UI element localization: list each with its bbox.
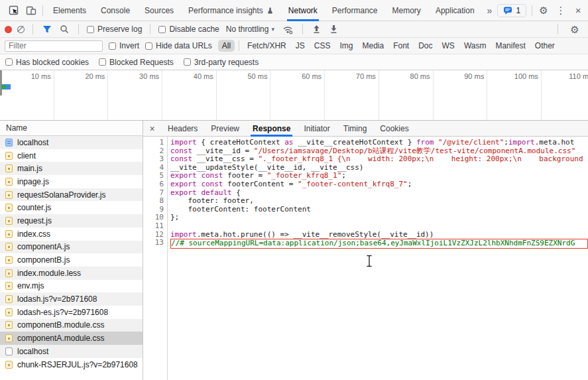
sourcemap-line-highlighted: //# sourceMappingURL=data:application/js… [170,239,588,249]
script-file-icon [5,334,13,342]
script-file-icon [5,269,13,277]
code-token: as [284,138,293,147]
request-row-componentb-js[interactable]: componentB.js [0,253,143,267]
checkbox-box [99,58,106,66]
detail-tab-initiator[interactable]: Initiator [297,121,336,137]
filter-type-media[interactable]: Media [358,40,388,52]
blocked-requests-checkbox[interactable]: Blocked Requests [99,58,174,67]
chevron-down-icon: ▾ [271,26,274,32]
device-toolbar-button[interactable] [23,2,40,19]
code-token: "/Users/iamsavage/Desktop/b站课程/vite教学/te… [254,147,575,155]
checkbox-box [145,42,152,50]
filter-funnel-icon[interactable] [41,21,53,38]
tab-performance[interactable]: Performance [325,0,385,21]
code-token: from [416,138,434,147]
filter-type-fetch-xhr[interactable]: Fetch/XHR [243,40,290,52]
clear-network-log-icon[interactable] [17,26,25,33]
filter-type-other[interactable]: Other [531,40,559,52]
issues-button[interactable]: 1 [497,4,526,17]
request-name: componentA.module.css [17,334,104,343]
timeline-tick: 50 ms [217,70,271,120]
script-file-icon [5,178,13,186]
detail-tab-cookies[interactable]: Cookies [373,121,415,137]
script-file-icon [5,152,13,160]
request-row-index-module-less[interactable]: index.module.less [0,267,143,280]
request-row-requestsolanaprovider-js[interactable]: requestSolanaProvider.js [0,188,143,202]
filter-type-wasm[interactable]: Wasm [460,40,491,52]
code-line: import.meta.hot.prune(() => __vite__remo… [170,231,588,239]
request-row-localhost[interactable]: localhost [0,136,143,149]
request-row-request-js[interactable]: request.js [0,214,143,227]
detail-tab-preview[interactable]: Preview [204,121,246,137]
filter-type-manifest[interactable]: Manifest [491,40,529,52]
tab-label: Application [436,6,475,15]
network-overview-timeline[interactable]: 10 ms20 ms30 ms40 ms50 ms60 ms70 ms80 ms… [0,70,588,121]
request-row-lodash-es-js-v-2b971608[interactable]: lodash-es.js?v=2b971608 [0,306,143,319]
request-name: requestSolanaProvider.js [17,190,105,200]
throttling-dropdown[interactable]: No throttling ▾ [225,25,276,34]
3rd-party-requests-label: 3rd-party requests [194,58,259,67]
tab-network[interactable]: Network [281,0,325,21]
code-token: "_footer_kfrq8_1" [267,171,342,180]
filter-input[interactable] [5,40,103,52]
code-token: ; [341,171,346,180]
tab-elements[interactable]: Elements [46,0,93,21]
request-details-panel: × HeadersPreviewResponseInitiatorTimingC… [143,121,588,380]
filter-type-ws[interactable]: WS [438,40,459,52]
kebab-menu-icon[interactable]: ⋮ [552,2,569,19]
filter-type-doc[interactable]: Doc [414,40,436,52]
detail-tab-response[interactable]: Response [246,121,297,137]
request-row-client[interactable]: client [0,149,143,162]
tab-label: Performance [332,6,378,15]
network-settings-gear-icon[interactable]: ⚙ [566,21,583,38]
timeline-tick: 10 ms [0,70,54,120]
request-row-componenta-module-css[interactable]: componentA.module.css [0,332,143,345]
request-row-componentb-module-css[interactable]: componentB.module.css [0,319,143,332]
inspect-element-button[interactable] [5,2,23,19]
detail-tab-headers[interactable]: Headers [161,121,204,137]
request-row-main-js[interactable]: main.js [0,162,143,175]
export-har-icon[interactable] [328,21,340,38]
timeline-tick: 30 ms [108,70,162,120]
requests-name-column-header[interactable]: Name [0,121,143,136]
hide-data-urls-checkbox[interactable]: Hide data URLs [145,41,212,50]
record-button[interactable] [5,26,12,33]
tab-console[interactable]: Console [93,0,137,21]
code-token: footerContent: footerContent [170,205,311,214]
close-details-icon[interactable]: × [143,123,161,134]
filter-type-all[interactable]: All [218,40,235,52]
tab-sources[interactable]: Sources [137,0,181,21]
request-row-chunk-rsjerjul-js-v-2b971608[interactable]: chunk-RSJERJUL.js?v=2b971608 [0,358,143,371]
search-icon[interactable] [58,21,70,38]
request-row-localhost[interactable]: localhost [0,345,143,358]
detail-tab-timing[interactable]: Timing [337,121,374,137]
divider [150,24,150,34]
import-har-icon[interactable] [311,21,323,38]
request-row-index-css[interactable]: index.css [0,227,143,241]
has-blocked-cookies-checkbox[interactable]: Has blocked cookies [5,58,89,67]
filter-type-font[interactable]: Font [389,40,413,52]
request-row-counter-js[interactable]: counter.js [0,201,143,214]
disable-cache-checkbox[interactable]: Disable cache [158,25,219,34]
3rd-party-requests-checkbox[interactable]: 3rd-party requests [184,58,259,67]
filter-type-img[interactable]: Img [335,40,357,52]
filter-type-css[interactable]: CSS [310,40,335,52]
tab-application[interactable]: Application [428,0,482,21]
tab-label: Sources [145,6,174,15]
request-row-env-mjs[interactable]: env.mjs [0,280,143,293]
code-token: default [201,188,231,197]
request-row-componenta-js[interactable]: componentA.js [0,241,143,254]
settings-gear-icon[interactable]: ⚙ [535,2,552,19]
request-row-lodash-js-v-2b971608[interactable]: lodash.js?v=2b971608 [0,292,143,306]
close-devtools-icon[interactable]: × [569,2,587,19]
invert-checkbox[interactable]: Invert [109,41,139,50]
code-token: footer = [223,171,267,180]
network-conditions-icon[interactable] [281,21,294,38]
filter-type-js[interactable]: JS [292,40,309,52]
tab-performance-insights[interactable]: Performance insights [181,0,281,21]
script-file-icon [5,282,13,290]
preserve-log-checkbox[interactable]: Preserve log [87,25,142,34]
request-row-inpage-js[interactable]: inpage.js [0,175,143,188]
more-tabs-button[interactable]: » [482,5,498,16]
tab-memory[interactable]: Memory [385,0,428,21]
